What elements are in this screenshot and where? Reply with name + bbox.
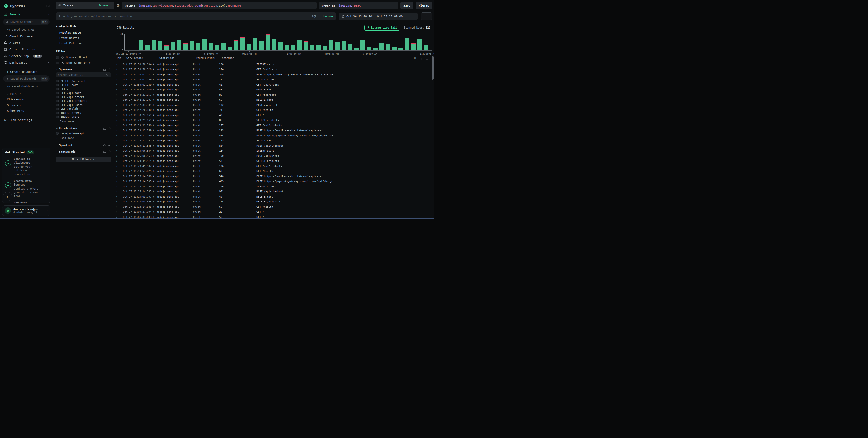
filter-value-item[interactable]: GET /api/cart xyxy=(56,91,114,95)
table-row[interactable]: ›Oct 27 11:50:02.322 AMnodejs-demo-apiUn… xyxy=(114,72,434,77)
code-view-icon[interactable]: </> xyxy=(413,57,416,59)
checkbox[interactable] xyxy=(56,132,59,135)
order-by-input[interactable]: ORDER BY Timestamp DESC xyxy=(319,2,398,9)
source-select[interactable]: Traces Schema ›› xyxy=(56,2,114,9)
expand-row-icon[interactable]: › xyxy=(114,113,121,118)
table-row[interactable]: ›Oct 27 11:25:06.553 AMnodejs-demo-apiUn… xyxy=(114,153,434,158)
table-row[interactable]: ›Oct 27 11:29:11.553 AMnodejs-demo-apiUn… xyxy=(114,138,434,143)
expand-row-icon[interactable]: › xyxy=(114,169,121,174)
sidebar-item-client-sessions[interactable]: Client Sessions xyxy=(0,46,53,53)
column-header[interactable]: SpanName xyxy=(216,57,254,59)
get-started-step[interactable]: Add DataStart sending xyxy=(5,201,48,203)
sidebar-item-search[interactable]: Search › xyxy=(0,11,53,18)
table-row[interactable]: ›Oct 27 11:53:58.920 AMnodejs-demo-apiUn… xyxy=(114,67,434,72)
preset-dashboard-item[interactable]: ClickHouse xyxy=(0,97,53,102)
expand-row-icon[interactable]: › xyxy=(114,164,121,169)
column-header[interactable]: round(divide(Durat… xyxy=(190,57,216,59)
mode-lucene[interactable]: Lucene xyxy=(323,15,333,18)
expand-row-icon[interactable]: › xyxy=(114,138,121,143)
horizontal-scrollbar[interactable] xyxy=(0,217,434,219)
preset-dashboard-item[interactable]: Kubernetes xyxy=(0,108,53,114)
filter-value-item[interactable]: GET / xyxy=(56,87,114,91)
table-row[interactable]: ›Oct 27 11:06:33.033 AMnodejs-demo-apiUn… xyxy=(114,214,434,217)
filter-group-spanname[interactable]: › SpanName xyxy=(56,68,114,71)
expand-row-icon[interactable]: › xyxy=(114,128,121,133)
sidebar-item-team-settings[interactable]: ⚙ Team Settings xyxy=(0,117,53,123)
analysis-mode-item[interactable]: Event Patterns xyxy=(57,41,114,46)
vertical-scrollbar[interactable] xyxy=(432,56,434,80)
load-more-link[interactable]: › Load more xyxy=(56,136,114,140)
drag-handle-icon[interactable] xyxy=(219,57,221,59)
search-input[interactable]: Search your events w/ Lucene ex. column:… xyxy=(56,12,336,20)
expand-row-icon[interactable]: › xyxy=(114,174,121,179)
expand-row-icon[interactable]: › xyxy=(114,133,121,138)
checkbox[interactable] xyxy=(56,56,59,59)
select-clause-input[interactable]: SELECT Timestamp,ServiceName,StatusCode,… xyxy=(122,2,316,9)
get-started-step[interactable]: Connect to ClickHouseSet up your databas… xyxy=(5,157,48,176)
help-button[interactable]: ? xyxy=(3,192,12,201)
column-header[interactable]: Timestamp (Local)↓ xyxy=(114,57,121,59)
table-row[interactable]: ›Oct 27 11:29:12.159 AMnodejs-demo-apiUn… xyxy=(114,128,434,133)
sidebar-item-alerts[interactable]: Alerts xyxy=(0,39,53,46)
table-row[interactable]: ›Oct 27 11:33:22.161 AMnodejs-demo-apiUn… xyxy=(114,113,434,118)
filter-value-item[interactable]: DELETE cart xyxy=(56,83,114,87)
download-icon[interactable] xyxy=(426,57,429,59)
drag-handle-icon[interactable] xyxy=(193,57,195,59)
column-header[interactable]: StatusCode xyxy=(154,57,190,59)
saved-searches-input[interactable]: Saved Searches ⌘ K xyxy=(3,19,50,25)
pin-icon[interactable] xyxy=(108,150,111,153)
show-more-link[interactable]: › Show more xyxy=(56,119,114,123)
expand-row-icon[interactable]: › xyxy=(114,103,121,108)
filter-value-item[interactable]: GET /api/orders xyxy=(56,95,114,99)
expand-row-icon[interactable]: › xyxy=(114,158,121,164)
table-row[interactable]: ›Oct 27 11:16:14.535 AMnodejs-demo-apiUn… xyxy=(114,179,434,184)
filter-value-item[interactable]: DELETE /api/cart xyxy=(56,79,114,83)
table-row[interactable]: ›Oct 27 11:15:03.707 AMnodejs-demo-apiUn… xyxy=(114,194,434,199)
create-dashboard-button[interactable]: + Create Dashboard xyxy=(0,67,53,75)
sidebar-item-service-map[interactable]: Service Map BETA xyxy=(0,53,53,59)
preset-dashboard-item[interactable]: Services xyxy=(0,102,53,108)
table-row[interactable]: ›Oct 27 11:42:33.307 AMnodejs-demo-apiUn… xyxy=(114,97,434,103)
analysis-mode-item[interactable]: Event Deltas xyxy=(57,35,114,41)
expand-row-icon[interactable]: › xyxy=(114,214,121,217)
expand-row-icon[interactable]: › xyxy=(114,62,121,67)
user-menu[interactable]: D dominic.tran@c… dominic.tran@cli… › xyxy=(2,205,51,216)
expand-row-icon[interactable]: › xyxy=(114,67,121,72)
filter-value-item[interactable]: GET /health xyxy=(56,107,114,111)
expand-row-icon[interactable]: › xyxy=(114,194,121,199)
expand-row-icon[interactable]: › xyxy=(114,123,121,128)
resume-live-tail-button[interactable]: Resume Live Tail xyxy=(364,25,400,31)
table-row[interactable]: ›Oct 27 11:42:33.301 AMnodejs-demo-apiUn… xyxy=(114,103,434,108)
checkbox[interactable] xyxy=(56,108,59,110)
expand-row-icon[interactable]: › xyxy=(114,153,121,158)
chart-filter-icon[interactable] xyxy=(103,150,106,153)
chart-filter-icon[interactable] xyxy=(103,144,106,146)
table-row[interactable]: ›Oct 27 11:29:11.545 AMnodejs-demo-apiUn… xyxy=(114,143,434,148)
table-row[interactable]: ›Oct 27 11:15:03.698 AMnodejs-demo-apiUn… xyxy=(114,199,434,205)
checkbox[interactable] xyxy=(56,96,59,98)
checkbox[interactable] xyxy=(56,88,59,90)
table-row[interactable]: ›Oct 27 11:42:20.180 AMnodejs-demo-apiUn… xyxy=(114,108,434,113)
table-row[interactable]: ›Oct 27 11:44:31.957 AMnodejs-demo-apiUn… xyxy=(114,92,434,97)
expand-row-icon[interactable]: › xyxy=(114,118,121,123)
filter-value-item[interactable]: INSERT users xyxy=(56,115,114,119)
checkbox[interactable] xyxy=(56,80,59,82)
chevron-up-icon[interactable]: › xyxy=(45,151,48,153)
drag-handle-icon[interactable] xyxy=(156,57,158,59)
filter-value-item[interactable]: INSERT orders xyxy=(56,111,114,115)
spanname-search-input[interactable]: Search values... xyxy=(56,72,111,77)
table-row[interactable]: ›Oct 27 11:29:21.161 AMnodejs-demo-apiUn… xyxy=(114,118,434,123)
pin-icon[interactable] xyxy=(108,127,111,130)
table-row[interactable]: ›Oct 27 11:29:21.150 AMnodejs-demo-apiUn… xyxy=(114,123,434,128)
checkbox[interactable] xyxy=(56,100,59,102)
expand-row-icon[interactable]: › xyxy=(114,143,121,148)
more-filters-button[interactable]: More filters › xyxy=(56,156,111,163)
alerts-button[interactable]: Alerts xyxy=(416,2,432,9)
source-settings-gear-icon[interactable]: ⚙ xyxy=(117,4,120,7)
table-row[interactable]: ›Oct 27 11:09:37.094 AMnodejs-demo-apiUn… xyxy=(114,209,434,215)
pin-icon[interactable] xyxy=(108,68,111,71)
filter-group-spankind[interactable]: › SpanKind xyxy=(56,144,114,147)
expand-row-icon[interactable]: › xyxy=(114,92,121,97)
pin-icon[interactable] xyxy=(108,144,111,146)
expand-row-icon[interactable]: › xyxy=(114,97,121,103)
